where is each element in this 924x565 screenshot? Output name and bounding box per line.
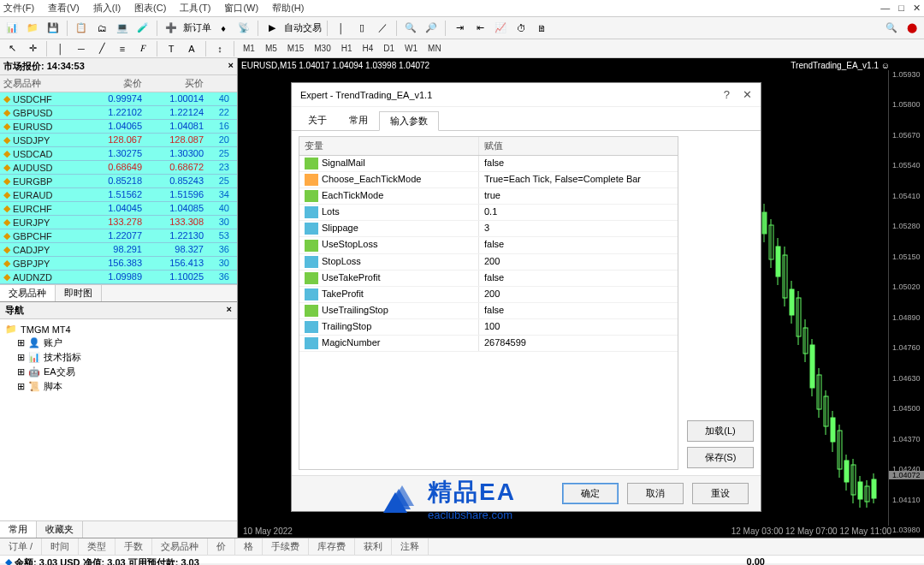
tf-w1[interactable]: W1 xyxy=(401,42,421,55)
tf-m1[interactable]: M1 xyxy=(240,42,258,55)
bar-chart-icon[interactable]: │ xyxy=(333,20,350,37)
mw-row[interactable]: ◆EURUSD1.040651.0408116 xyxy=(0,120,237,134)
trendline-icon[interactable]: ╱ xyxy=(93,40,110,57)
menu-insert[interactable]: 插入(I) xyxy=(93,2,121,15)
menu-view[interactable]: 查看(V) xyxy=(48,2,80,15)
dialog-help-icon[interactable]: ? xyxy=(724,88,730,101)
window-close[interactable]: ✕ xyxy=(913,3,921,14)
mw-row[interactable]: ◆AUDUSD0.686490.6867223 xyxy=(0,161,237,175)
nav-close-icon[interactable]: × xyxy=(227,304,232,314)
mw-close-icon[interactable]: × xyxy=(228,60,234,73)
term-col[interactable]: 手续费 xyxy=(263,538,309,555)
arrows-icon[interactable]: ↕ xyxy=(211,40,228,57)
label-icon[interactable]: A xyxy=(183,40,200,57)
param-row[interactable]: Lots0.1 xyxy=(299,205,678,221)
nav-tab-fav[interactable]: 收藏夹 xyxy=(37,521,83,538)
term-col[interactable]: 注释 xyxy=(392,538,429,555)
mw-row[interactable]: ◆USDCHF0.999741.0001440 xyxy=(0,92,237,106)
new-chart-icon[interactable]: 📊 xyxy=(3,20,21,37)
window-min[interactable]: — xyxy=(880,3,890,14)
mw-row[interactable]: ◆EURCHF1.040451.0408540 xyxy=(0,202,237,216)
templates-icon[interactable]: 🗎 xyxy=(533,20,550,37)
term-col[interactable]: 时间 xyxy=(42,538,79,555)
fibo-icon[interactable]: 𝐹 xyxy=(134,40,151,57)
mw-row[interactable]: ◆GBPJPY156.383156.41330 xyxy=(0,257,237,271)
candle-chart-icon[interactable]: ▯ xyxy=(353,20,370,37)
mw-row[interactable]: ◆AUDNZD1.099891.1002536 xyxy=(0,271,237,284)
mw-row[interactable]: ◆CADJPY98.29198.32736 xyxy=(0,243,237,257)
text-icon[interactable]: T xyxy=(163,40,180,57)
param-row[interactable]: UseTrailingStopfalse xyxy=(299,303,678,319)
load-button[interactable]: 加载(L) xyxy=(687,420,754,442)
nav-root[interactable]: 📁TMGM MT4 xyxy=(3,323,234,336)
tf-m5[interactable]: M5 xyxy=(262,42,281,55)
term-col[interactable]: 格 xyxy=(235,538,263,555)
param-row[interactable]: StopLoss200 xyxy=(299,254,678,271)
mw-row[interactable]: ◆EURJPY133.278133.30830 xyxy=(0,216,237,229)
mw-row[interactable]: ◆EURAUD1.515621.5159634 xyxy=(0,188,237,202)
mw-col-bid[interactable]: 卖价 xyxy=(84,75,145,92)
term-col[interactable]: 类型 xyxy=(79,538,116,555)
navigator-icon[interactable]: 🗂 xyxy=(93,20,110,37)
signals-icon[interactable]: 📡 xyxy=(235,20,252,37)
term-col[interactable]: 交易品种 xyxy=(152,538,208,555)
param-row[interactable]: TakeProfit200 xyxy=(299,287,678,303)
cursor-icon[interactable]: ↖ xyxy=(3,40,21,57)
nav-tab-common[interactable]: 常用 xyxy=(0,521,37,538)
term-col[interactable]: 库存费 xyxy=(309,538,355,555)
crosshair-icon[interactable]: ✛ xyxy=(24,40,41,57)
cancel-button[interactable]: 取消 xyxy=(627,483,684,504)
channel-icon[interactable]: ≡ xyxy=(114,40,131,57)
term-col[interactable]: 价 xyxy=(208,538,235,555)
param-row[interactable]: MagicNumber26784599 xyxy=(299,336,678,352)
menu-help[interactable]: 帮助(H) xyxy=(272,2,304,15)
hline-icon[interactable]: ─ xyxy=(73,40,90,57)
ok-button[interactable]: 确定 xyxy=(562,483,619,504)
mw-row[interactable]: ◆USDJPY128.067128.08720 xyxy=(0,134,237,147)
param-row[interactable]: TrailingStop100 xyxy=(299,319,678,336)
param-table[interactable]: 变量 赋值 SignalMailfalseChoose_EachTickMode… xyxy=(299,136,678,470)
periodicity-icon[interactable]: ⏱ xyxy=(512,20,530,37)
nav-scripts[interactable]: ⊞📜脚本 xyxy=(3,379,234,394)
tester-icon[interactable]: 🧪 xyxy=(134,20,151,37)
indicators-icon[interactable]: 📈 xyxy=(492,20,509,37)
param-row[interactable]: UseTakeProfitfalse xyxy=(299,271,678,287)
tf-m15[interactable]: M15 xyxy=(284,42,307,55)
param-row[interactable]: Choose_EachTickModeTrue=Each Tick, False… xyxy=(299,172,678,188)
mw-row[interactable]: ◆GBPUSD1.221021.2212422 xyxy=(0,106,237,120)
tf-h1[interactable]: H1 xyxy=(338,42,356,55)
dialog-close-icon[interactable]: ✕ xyxy=(743,88,752,101)
window-max[interactable]: □ xyxy=(898,3,904,14)
new-order-icon[interactable]: ➕ xyxy=(163,20,180,37)
menu-file[interactable]: 文件(F) xyxy=(3,2,34,15)
param-row[interactable]: UseStopLossfalse xyxy=(299,237,678,253)
tab-inputs[interactable]: 输入参数 xyxy=(379,111,439,131)
autotrade-icon[interactable]: ▶ xyxy=(264,20,281,37)
param-row[interactable]: Slippage3 xyxy=(299,221,678,237)
autotrade-label[interactable]: 自动交易 xyxy=(284,21,322,34)
nav-indicators[interactable]: ⊞📊技术指标 xyxy=(3,350,234,365)
vline-icon[interactable]: │ xyxy=(52,40,69,57)
term-col[interactable]: 订单 / xyxy=(0,538,42,555)
auto-scroll-icon[interactable]: ⇥ xyxy=(451,20,468,37)
term-col[interactable]: 获利 xyxy=(355,538,392,555)
param-row[interactable]: EachTickModetrue xyxy=(299,188,678,205)
nav-experts[interactable]: ⊞🤖EA交易 xyxy=(3,365,234,379)
zoom-out-icon[interactable]: 🔎 xyxy=(423,20,440,37)
alert-icon[interactable]: ⬤ xyxy=(903,20,921,37)
tf-mn[interactable]: MN xyxy=(424,42,445,55)
market-watch-icon[interactable]: 📋 xyxy=(73,20,90,37)
new-order-label[interactable]: 新订单 xyxy=(183,21,211,34)
mw-col-ask[interactable]: 买价 xyxy=(145,75,207,92)
tf-m30[interactable]: M30 xyxy=(311,42,334,55)
mw-row[interactable]: ◆GBPCHF1.220771.2213053 xyxy=(0,229,237,243)
zoom-in-icon[interactable]: 🔍 xyxy=(402,20,419,37)
mw-row[interactable]: ◆USDCAD1.302751.3030025 xyxy=(0,147,237,161)
menu-tools[interactable]: 工具(T) xyxy=(180,2,210,15)
search-icon[interactable]: 🔍 xyxy=(883,20,900,37)
mw-col-symbol[interactable]: 交易品种 xyxy=(0,75,84,92)
mw-tab-tick[interactable]: 即时图 xyxy=(56,285,102,301)
tab-common[interactable]: 常用 xyxy=(338,110,379,130)
profiles-icon[interactable]: 📁 xyxy=(24,20,41,37)
menu-chart[interactable]: 图表(C) xyxy=(134,2,166,15)
